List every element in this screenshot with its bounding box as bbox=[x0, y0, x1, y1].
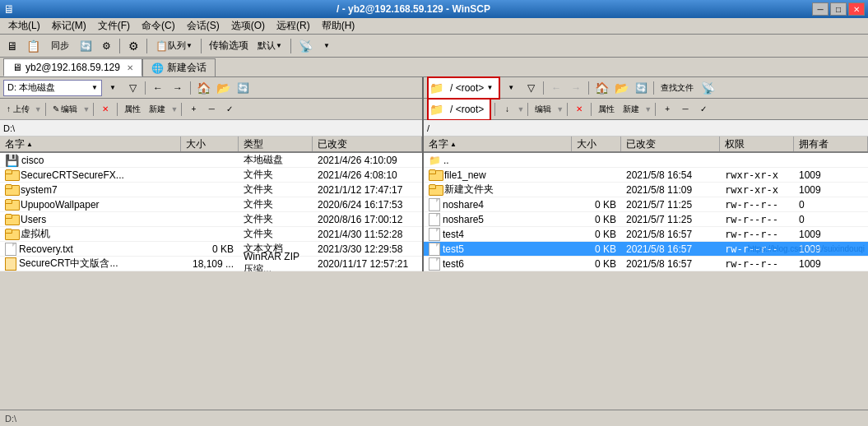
left-file-row[interactable]: UpupooWallpaper 文件夹 2020/6/24 16:17:53 bbox=[0, 197, 422, 212]
r-col-perm-header[interactable]: 权限 bbox=[720, 137, 794, 151]
toolbar-btn-prefs[interactable]: ⚙ bbox=[124, 37, 142, 55]
right-file-row[interactable]: noshare5 0 KB 2021/5/7 11:25 rw-r--r-- 0 bbox=[424, 212, 868, 227]
file-name-cell: system7 bbox=[0, 184, 181, 196]
r-col-modified-header[interactable]: 已改变 bbox=[621, 137, 720, 151]
right-files-container: 📁.. file1_new 2021/5/8 16:54 rwxr-xr-x 1… bbox=[424, 153, 868, 271]
toolbar-queue[interactable]: 📋 队列 ▼ bbox=[151, 37, 197, 55]
col-name-header[interactable]: 名字 ▲ bbox=[0, 137, 181, 151]
menu-remote[interactable]: 远程(R) bbox=[272, 18, 315, 34]
file-name: UpupooWallpaper bbox=[21, 199, 100, 211]
folder-icon bbox=[429, 184, 442, 196]
toolbar-btn-4[interactable]: ⚙ bbox=[97, 37, 115, 55]
left-parent[interactable]: 🏠 bbox=[194, 80, 212, 96]
delete-btn[interactable]: ✕ bbox=[97, 101, 114, 118]
left-btn-filter[interactable]: ▽ bbox=[123, 80, 142, 96]
tab-close-session[interactable]: ✕ bbox=[127, 63, 133, 72]
menu-local[interactable]: 本地(L) bbox=[3, 18, 45, 34]
toolbar-btn-6[interactable]: ▼ bbox=[318, 37, 336, 55]
minus-btn-2[interactable]: ─ bbox=[677, 101, 694, 118]
r-col-name-header[interactable]: 名字 ▲ bbox=[424, 137, 572, 151]
right-misc[interactable]: 📡 bbox=[699, 80, 717, 96]
right-file-list[interactable]: 名字 ▲ 大小 已改变 权限 拥有者 📁.. bbox=[424, 137, 868, 271]
left-file-list[interactable]: 名字 ▲ 大小 类型 已改变 💾cisco 本地磁盘 2021/4/26 4:1… bbox=[0, 137, 422, 271]
left-file-row[interactable]: SecureCRTSecureFX... 文件夹 2021/4/26 4:08:… bbox=[0, 168, 422, 183]
right-back[interactable]: ← bbox=[547, 80, 565, 96]
path-btn-2[interactable]: / <root> bbox=[445, 100, 489, 118]
left-file-row[interactable]: Users 文件夹 2020/8/16 17:00:12 bbox=[0, 212, 422, 227]
col-type-header[interactable]: 类型 bbox=[239, 137, 313, 151]
left-file-row[interactable]: system7 文件夹 2021/1/12 17:47:17 bbox=[0, 183, 422, 197]
right-forward[interactable]: → bbox=[567, 80, 585, 96]
right-path-2: / <root> bbox=[450, 104, 484, 115]
app-icon: 🖥 bbox=[3, 2, 15, 16]
plus-btn[interactable]: + bbox=[185, 101, 202, 118]
sep2 bbox=[190, 81, 191, 95]
check-btn[interactable]: ✓ bbox=[221, 101, 238, 118]
right-dropdown[interactable]: ▼ bbox=[502, 80, 520, 96]
plus-btn-2[interactable]: + bbox=[659, 101, 675, 118]
right-home2[interactable]: 📂 bbox=[612, 80, 630, 96]
toolbar-btn-1[interactable]: 🖥 bbox=[3, 37, 21, 55]
left-file-row[interactable]: 虚拟机 文件夹 2021/4/30 11:52:28 bbox=[0, 227, 422, 242]
right-file-row[interactable]: test5 0 KB 2021/5/8 16:57 rw-r--r-- 1009 bbox=[424, 242, 868, 257]
menu-file[interactable]: 文件(F) bbox=[93, 18, 135, 34]
right-file-row[interactable]: file1_new 2021/5/8 16:54 rwxr-xr-x 1009 bbox=[424, 168, 868, 183]
left-btn-dropdown[interactable]: ▼ bbox=[104, 80, 122, 96]
close-button[interactable]: ✕ bbox=[848, 2, 865, 16]
right-filter[interactable]: ▽ bbox=[522, 80, 540, 96]
tab-new-session[interactable]: 🌐 新建会话 bbox=[142, 58, 216, 76]
left-file-row[interactable]: SecureCRT中文版含... 18,109 ... WinRAR ZIP 压… bbox=[0, 257, 422, 271]
right-file-row[interactable]: 📁.. bbox=[424, 153, 868, 168]
toolbar-btn-2[interactable]: 📋 bbox=[23, 37, 44, 55]
file-modified-cell: 2021/4/26 4:08:10 bbox=[313, 169, 420, 181]
new-btn[interactable]: 新建 bbox=[146, 101, 169, 118]
upload-btn[interactable]: ↑ 上传 bbox=[3, 101, 33, 118]
col-size-header[interactable]: 大小 bbox=[181, 137, 239, 151]
find-files-btn[interactable]: 查找文件 bbox=[657, 80, 697, 96]
r-col-owner-header[interactable]: 拥有者 bbox=[794, 137, 868, 151]
left-file-row[interactable]: Recovery.txt 0 KB 文本文档 2021/3/30 12:29:5… bbox=[0, 242, 422, 257]
file-type-cell: 文件夹 bbox=[239, 168, 313, 182]
menu-mark[interactable]: 标记(M) bbox=[47, 18, 91, 34]
right-file-row[interactable]: test6 0 KB 2021/5/8 16:57 rw-r--r-- 1009 bbox=[424, 257, 868, 271]
left-file-row[interactable]: 💾cisco 本地磁盘 2021/4/26 4:10:09 bbox=[0, 153, 422, 168]
tab-session[interactable]: 🖥 yb2@192.168.59.129 ✕ bbox=[3, 58, 142, 76]
left-address-bar: D: 本地磁盘 ▼ ▼ ▽ ← → 🏠 📂 🔄 bbox=[0, 77, 422, 99]
toolbar-btn-5[interactable]: 📡 bbox=[295, 37, 316, 55]
menu-options[interactable]: 选项(O) bbox=[226, 18, 270, 34]
edit-btn-2[interactable]: 编辑 bbox=[531, 101, 555, 118]
left-home[interactable]: 📂 bbox=[214, 80, 232, 96]
right-file-row[interactable]: test4 0 KB 2021/5/8 16:57 rw-r--r-- 1009 bbox=[424, 227, 868, 242]
check-btn-2[interactable]: ✓ bbox=[695, 101, 712, 118]
edit-btn[interactable]: ✎ 编辑 bbox=[49, 101, 81, 118]
delete-btn-2[interactable]: ✕ bbox=[571, 101, 587, 118]
drive-selector[interactable]: D: 本地磁盘 ▼ bbox=[3, 80, 102, 96]
new-btn-2[interactable]: 新建 bbox=[620, 101, 643, 118]
minimize-button[interactable]: ─ bbox=[812, 2, 829, 16]
toolbar-sync[interactable]: 同步 bbox=[45, 37, 75, 55]
transfer-options[interactable]: 默认 ▼ bbox=[253, 37, 286, 55]
left-refresh[interactable]: 🔄 bbox=[234, 80, 252, 96]
maximize-button[interactable]: □ bbox=[830, 2, 847, 16]
menu-session[interactable]: 会话(S) bbox=[182, 18, 225, 34]
right-file-row[interactable]: 新建文件夹 2021/5/8 11:09 rwxr-xr-x 1009 bbox=[424, 183, 868, 197]
file-modified-cell: 2021/3/30 12:29:58 bbox=[313, 243, 420, 255]
right-parent[interactable]: 🏠 bbox=[592, 80, 610, 96]
left-forward[interactable]: → bbox=[169, 80, 187, 96]
minus-btn[interactable]: ─ bbox=[203, 101, 220, 118]
drive-icon: 💾 bbox=[5, 154, 19, 167]
toolbar-btn-3[interactable]: 🔄 bbox=[77, 37, 95, 55]
menu-command[interactable]: 命令(C) bbox=[137, 18, 180, 34]
download-btn[interactable]: ↓ bbox=[499, 101, 515, 118]
right-refresh[interactable]: 🔄 bbox=[632, 80, 650, 96]
properties-btn[interactable]: 属性 bbox=[121, 101, 144, 118]
right-file-row[interactable]: noshare4 0 KB 2021/5/7 11:25 rw-r--r-- 0 bbox=[424, 197, 868, 212]
properties-btn-2[interactable]: 属性 bbox=[595, 101, 618, 118]
menu-help[interactable]: 帮助(H) bbox=[317, 18, 360, 34]
file-name: SecureCRT中文版含... bbox=[19, 257, 118, 271]
path-btn-1[interactable]: / <root> ▼ bbox=[445, 79, 498, 97]
col-modified-header[interactable]: 已改变 bbox=[313, 137, 422, 151]
right-path2-bar: 📁 / <root> ↓ ▼ 编辑 ▼ ✕ 属性 新建 ▼ + ─ ✓ bbox=[424, 99, 868, 120]
r-col-size-header[interactable]: 大小 bbox=[572, 137, 621, 151]
left-back[interactable]: ← bbox=[149, 80, 167, 96]
